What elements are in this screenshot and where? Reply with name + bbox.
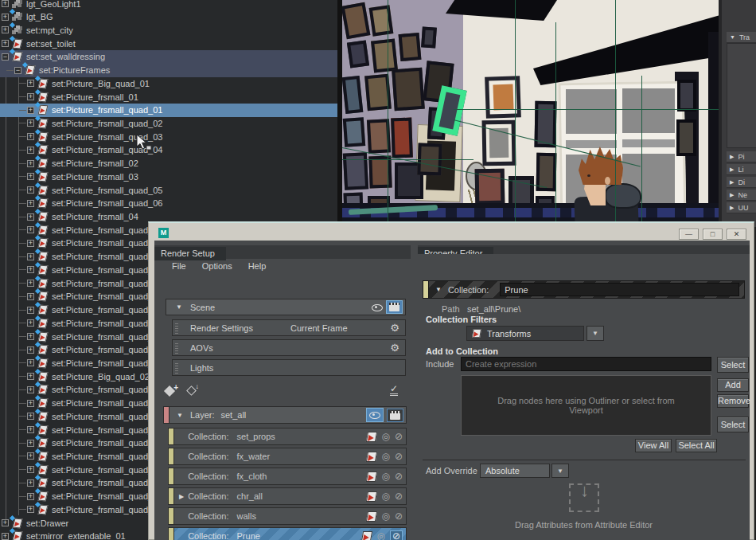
expander-icon[interactable]: + <box>27 173 34 180</box>
render-setup-list-row[interactable]: Render Settings Current Frame ⚙ <box>172 319 406 336</box>
outliner-row[interactable]: − set:set_walldressing <box>0 50 337 64</box>
expander-icon[interactable]: + <box>27 426 34 433</box>
attribute-section-header[interactable]: ▼ Tra <box>727 32 756 43</box>
create-collection-icon[interactable]: ↓ <box>186 385 199 396</box>
menu-help[interactable]: Help <box>248 261 267 271</box>
expander-icon[interactable]: + <box>27 293 34 300</box>
expander-icon[interactable]: + <box>2 533 9 540</box>
outliner-row[interactable]: + set:Picture_frsmall_03 <box>0 170 337 183</box>
collection-name-input[interactable] <box>500 283 739 296</box>
expander-icon[interactable]: + <box>27 319 34 327</box>
view-all-button[interactable]: View All <box>635 439 672 452</box>
visibility-icon[interactable] <box>372 303 383 312</box>
expand-arrow-icon[interactable]: ▶ <box>179 493 184 500</box>
visibility-icon[interactable] <box>366 408 384 422</box>
remove-button[interactable]: Remove <box>717 394 749 408</box>
expander-icon[interactable]: + <box>2 0 9 7</box>
expander-icon[interactable]: + <box>27 413 34 420</box>
override-dropdown[interactable]: Absolute <box>480 464 550 478</box>
outliner-row[interactable]: + set:mpt_city <box>0 23 337 37</box>
filter-dropdown-arrow[interactable]: ▼ <box>586 326 604 341</box>
disable-icon[interactable]: ⊘ <box>395 432 403 441</box>
window-titlebar[interactable]: M — □ ✕ <box>149 223 754 241</box>
expander-icon[interactable]: + <box>27 147 34 154</box>
gear-icon[interactable]: ⚙ <box>390 322 399 334</box>
outliner-row[interactable]: + lgt_BG <box>0 10 337 24</box>
expander-icon[interactable]: + <box>27 186 34 194</box>
outliner-row[interactable]: + lgt_GeoLight1 <box>0 0 337 10</box>
attribute-section-header[interactable]: ▶ Pi <box>727 151 756 162</box>
render-setup-list-row[interactable]: Lights ⚙ <box>172 359 406 376</box>
collection-row[interactable]: ▶ Collection: fx_cloth ◎ ⊘ <box>168 468 407 485</box>
expander-icon[interactable]: + <box>27 400 34 407</box>
collection-row[interactable]: ▶ Collection: set_props ◎ ⊘ <box>168 428 407 445</box>
membership-icon[interactable] <box>366 511 377 522</box>
outliner-row[interactable]: − set:PictureFrames <box>0 64 337 77</box>
isolate-icon[interactable]: ◎ <box>376 531 384 540</box>
maximize-button[interactable]: □ <box>703 229 723 240</box>
disable-icon[interactable]: ⊘ <box>395 511 403 521</box>
collapse-arrow-icon[interactable]: ▼ <box>177 412 183 419</box>
minimize-button[interactable]: — <box>679 229 699 240</box>
scene-row[interactable]: ▼ Scene <box>166 299 406 315</box>
layer-row[interactable]: ▼ Layer: set_all <box>163 406 407 424</box>
expander-icon[interactable]: − <box>2 53 9 61</box>
expander-icon[interactable]: + <box>2 519 9 526</box>
collapse-arrow-icon[interactable]: ▼ <box>435 286 442 293</box>
expander-icon[interactable]: + <box>27 200 34 207</box>
isolate-icon[interactable]: ◎ <box>381 472 389 481</box>
viewport[interactable] <box>342 0 719 227</box>
expander-icon[interactable]: + <box>27 240 34 247</box>
membership-icon[interactable] <box>366 432 377 442</box>
expander-icon[interactable]: + <box>27 452 34 460</box>
attribute-section-header[interactable]: ▶ Li <box>727 164 756 175</box>
isolate-icon[interactable]: ◎ <box>381 511 389 521</box>
collection-row[interactable]: ▶ Collection: fx_water ◎ ⊘ <box>168 448 407 465</box>
disable-icon[interactable]: ⊘ <box>390 530 403 540</box>
expander-icon[interactable]: + <box>2 40 9 47</box>
expander-icon[interactable]: − <box>14 67 21 74</box>
expander-icon[interactable]: + <box>27 307 34 314</box>
visible-layers-filter-icon[interactable]: ✓ <box>390 385 398 396</box>
expander-icon[interactable]: + <box>27 119 34 127</box>
expander-icon[interactable]: + <box>27 373 34 380</box>
disable-icon[interactable]: ⊘ <box>395 452 403 461</box>
expander-icon[interactable]: + <box>27 160 34 167</box>
close-button[interactable]: ✕ <box>727 229 746 240</box>
renderable-icon[interactable] <box>387 409 403 422</box>
drag-grip-icon[interactable] <box>175 342 178 354</box>
expander-icon[interactable]: + <box>27 359 34 366</box>
expander-icon[interactable]: + <box>27 266 34 273</box>
expander-icon[interactable]: + <box>27 493 34 500</box>
membership-icon[interactable] <box>366 491 377 502</box>
expander-icon[interactable]: + <box>27 333 34 340</box>
outliner-row[interactable]: + set:Picture_frsmall_quad_03 <box>0 130 337 143</box>
attribute-section-header[interactable]: ▶ Ne <box>727 190 756 201</box>
expander-icon[interactable]: + <box>27 133 34 140</box>
expander-icon[interactable]: + <box>27 93 34 100</box>
expander-icon[interactable]: + <box>27 280 34 287</box>
outliner-row[interactable]: + set:Picture_frsmall_02 <box>0 157 337 170</box>
isolate-icon[interactable]: ◎ <box>381 452 389 461</box>
attribute-section-header[interactable]: ▶ UU <box>727 202 756 213</box>
expander-icon[interactable]: + <box>27 213 34 221</box>
outliner-row[interactable]: + set:Picture_frsmall_quad_05 <box>0 183 337 197</box>
add-button[interactable]: Add <box>717 378 749 392</box>
expander-icon[interactable]: + <box>27 80 34 87</box>
disable-icon[interactable]: ⊘ <box>395 491 403 501</box>
expander-icon[interactable]: + <box>27 440 34 447</box>
collapse-arrow-icon[interactable]: ▼ <box>176 303 182 311</box>
drag-grip-icon[interactable] <box>175 362 178 374</box>
attribute-section-header[interactable]: ▶ Di <box>727 177 756 188</box>
filter-dropdown[interactable]: Transforms <box>466 326 584 341</box>
isolate-icon[interactable]: ◎ <box>381 491 389 501</box>
include-select-button[interactable]: Select <box>717 357 749 373</box>
outliner-row[interactable]: + set:Picture_Big_quad_01 <box>0 76 337 90</box>
collection-row[interactable]: ▶ Collection: walls ◎ ⊘ <box>168 507 407 525</box>
create-layer-icon[interactable]: + <box>166 385 178 396</box>
expander-icon[interactable]: + <box>27 226 34 233</box>
expander-icon[interactable]: + <box>27 466 34 473</box>
membership-icon[interactable] <box>361 531 372 540</box>
expander-icon[interactable]: + <box>27 506 34 513</box>
expander-icon[interactable]: + <box>2 26 9 33</box>
